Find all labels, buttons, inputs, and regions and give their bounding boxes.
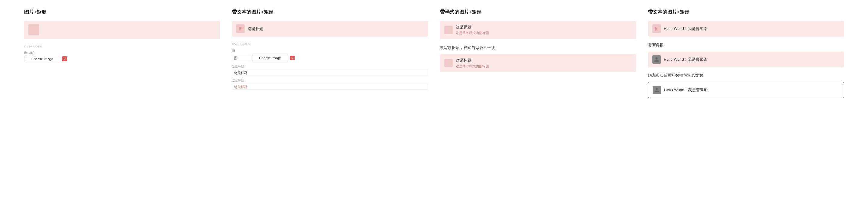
section1-delete-icon[interactable]: ✕ (62, 56, 67, 61)
section3-image-placeholder1 (444, 26, 453, 34)
section4-card2: Hello World！我是曹蜀黍 (648, 52, 844, 67)
section4-card3-text: Hello World！我是曹蜀黍 (664, 87, 708, 93)
section4-card2-text: Hello World！我是曹蜀黍 (664, 57, 707, 62)
section3-card2-text: 这是标题 这是带有样式的副标题 (456, 58, 489, 69)
section2-field-row: Choose Image ✕ (232, 55, 428, 61)
person-silhouette2-icon (654, 87, 659, 93)
section2-override-fields: 图 Choose Image ✕ 这是标题 这是标题 (232, 49, 428, 92)
section3-card1-title: 这是标题 (456, 24, 489, 30)
section3-card1: 这是标题 这是带有样式的副标题 (440, 21, 636, 39)
section2-card-label: 这是标题 (248, 26, 264, 31)
section3-card1-subtitle: 这是带有样式的副标题 (456, 31, 489, 35)
section4-card3: Hello World！我是曹蜀黍 (648, 82, 844, 98)
section2-icon-field-label: 图 (232, 49, 428, 53)
section2-card: 图 这是标题 (232, 21, 428, 36)
section4-overrides-title: 覆写数据 (648, 43, 844, 48)
section2-delete-icon[interactable]: ✕ (290, 56, 295, 60)
section3-sub-title: 覆写数据后，样式与母版不一致 (440, 45, 636, 50)
section1-image-field-label: (Image) (24, 51, 220, 54)
section3-title: 带样式的图片+矩形 (440, 9, 636, 16)
section1-field-row: Choose Image ✕ (24, 56, 220, 62)
section1-card (24, 21, 220, 39)
section1-image-field-group: (Image) Choose Image ✕ (24, 51, 220, 62)
person-silhouette-icon (654, 57, 659, 62)
section-1: 图片+矩形 OVERRIDES (Image) Choose Image ✕ (18, 9, 226, 98)
section-4: 带文本的图片+矩形 图 Hello World！我是曹蜀黍 覆写数据 Hello… (642, 9, 850, 98)
section4-title: 带文本的图片+矩形 (648, 9, 844, 16)
section2-title-field-group: 这是标题 (232, 64, 428, 76)
section1-choose-button[interactable]: Choose Image (24, 56, 60, 62)
section4-icon-label: 图 (652, 24, 661, 33)
section1-overrides-label: OVERRIDES (24, 45, 220, 48)
section2-icon-input[interactable] (232, 55, 250, 61)
section3-card1-text: 这是标题 这是带有样式的副标题 (456, 24, 489, 35)
section3-image-placeholder2 (444, 59, 453, 67)
section2-subtitle-field-label: 这是标题 (232, 78, 428, 82)
section2-icon-label: 图 (236, 24, 245, 33)
section4-card1-text: Hello World！我是曹蜀黍 (664, 26, 707, 31)
section2-title-input[interactable] (232, 70, 428, 76)
section1-image-placeholder (28, 24, 39, 35)
section4-image2 (652, 55, 661, 64)
section4-image3 (652, 86, 661, 94)
section2-title-field-label: 这是标题 (232, 64, 428, 69)
section3-card2-subtitle: 这是带有样式的副标题 (456, 64, 489, 69)
section3-card2: 这是标题 这是带有样式的副标题 (440, 54, 636, 72)
section3-card2-title: 这是标题 (456, 58, 489, 63)
section1-title: 图片+矩形 (24, 9, 220, 16)
section2-subtitle-field-group: 这是标题 (232, 78, 428, 90)
section2-subtitle-input[interactable] (232, 84, 428, 90)
section4-detach-title: 脱离母版后覆写数据替换原数据 (648, 73, 844, 78)
section4-card1: 图 Hello World！我是曹蜀黍 (648, 21, 844, 36)
section2-choose-button[interactable]: Choose Image (252, 55, 288, 61)
section-2: 带文本的图片+矩形 图 这是标题 OVERRIDES 图 Choose Imag… (226, 9, 434, 98)
section2-title: 带文本的图片+矩形 (232, 9, 428, 16)
section-3: 带样式的图片+矩形 这是标题 这是带有样式的副标题 覆写数据后，样式与母版不一致… (434, 9, 642, 98)
section2-overrides-label: OVERRIDES (232, 43, 428, 46)
